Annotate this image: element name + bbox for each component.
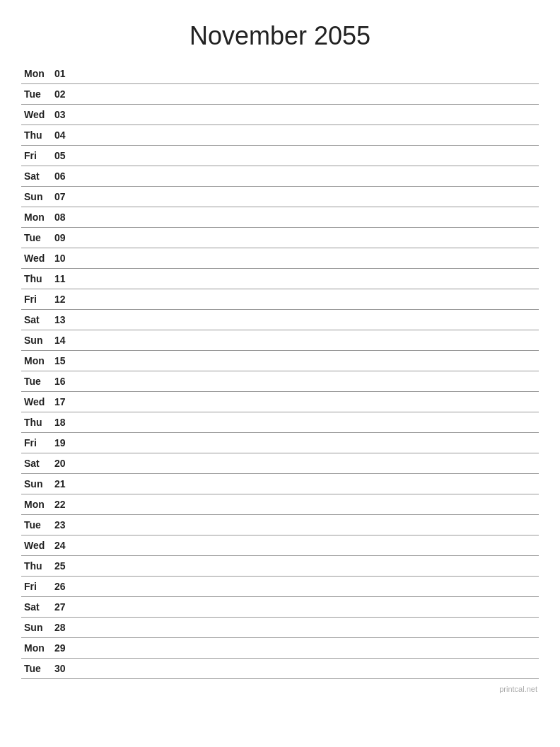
day-number: 10 — [53, 248, 78, 269]
day-content[interactable] — [78, 310, 539, 330]
day-content[interactable] — [78, 659, 539, 679]
day-content[interactable] — [78, 146, 539, 166]
calendar-row: Sat20 — [21, 453, 539, 474]
day-name: Wed — [21, 392, 53, 412]
day-number: 24 — [53, 535, 78, 556]
calendar-row: Fri19 — [21, 433, 539, 453]
day-number: 19 — [53, 433, 78, 453]
day-content[interactable] — [78, 166, 539, 187]
calendar-row: Sun21 — [21, 474, 539, 494]
day-name: Mon — [21, 638, 53, 659]
day-content[interactable] — [78, 535, 539, 556]
day-content[interactable] — [78, 64, 539, 84]
day-content[interactable] — [78, 412, 539, 433]
calendar-row: Sun28 — [21, 618, 539, 638]
day-content[interactable] — [78, 228, 539, 248]
calendar-row: Sat13 — [21, 310, 539, 330]
day-name: Mon — [21, 351, 53, 371]
day-content[interactable] — [78, 84, 539, 105]
day-content[interactable] — [78, 207, 539, 228]
day-name: Fri — [21, 577, 53, 597]
day-number: 03 — [53, 105, 78, 125]
day-name: Thu — [21, 556, 53, 577]
day-name: Wed — [21, 535, 53, 556]
day-name: Thu — [21, 269, 53, 289]
day-name: Tue — [21, 659, 53, 679]
day-name: Fri — [21, 146, 53, 166]
day-number: 06 — [53, 166, 78, 187]
calendar-row: Sat27 — [21, 597, 539, 618]
day-name: Sat — [21, 166, 53, 187]
day-content[interactable] — [78, 597, 539, 618]
day-number: 18 — [53, 412, 78, 433]
day-name: Wed — [21, 248, 53, 269]
calendar-row: Fri05 — [21, 146, 539, 166]
day-content[interactable] — [78, 187, 539, 207]
day-name: Tue — [21, 371, 53, 392]
day-name: Sun — [21, 330, 53, 351]
day-content[interactable] — [78, 577, 539, 597]
day-name: Sun — [21, 187, 53, 207]
day-content[interactable] — [78, 105, 539, 125]
day-number: 01 — [53, 64, 78, 84]
day-content[interactable] — [78, 392, 539, 412]
calendar-row: Mon08 — [21, 207, 539, 228]
day-content[interactable] — [78, 248, 539, 269]
day-number: 07 — [53, 187, 78, 207]
calendar-row: Sun07 — [21, 187, 539, 207]
day-content[interactable] — [78, 351, 539, 371]
day-content[interactable] — [78, 330, 539, 351]
day-number: 30 — [53, 659, 78, 679]
day-number: 20 — [53, 453, 78, 474]
day-number: 09 — [53, 228, 78, 248]
calendar-row: Thu18 — [21, 412, 539, 433]
day-content[interactable] — [78, 433, 539, 453]
calendar-row: Mon29 — [21, 638, 539, 659]
day-content[interactable] — [78, 371, 539, 392]
day-number: 28 — [53, 618, 78, 638]
calendar-row: Thu04 — [21, 125, 539, 146]
day-number: 05 — [53, 146, 78, 166]
calendar-row: Fri12 — [21, 289, 539, 310]
day-content[interactable] — [78, 125, 539, 146]
calendar-row: Mon15 — [21, 351, 539, 371]
day-number: 14 — [53, 330, 78, 351]
watermark: printcal.net — [21, 685, 539, 693]
calendar-table: Mon01Tue02Wed03Thu04Fri05Sat06Sun07Mon08… — [21, 64, 539, 679]
day-number: 11 — [53, 269, 78, 289]
day-content[interactable] — [78, 494, 539, 515]
calendar-row: Mon01 — [21, 64, 539, 84]
day-number: 25 — [53, 556, 78, 577]
calendar-row: Tue02 — [21, 84, 539, 105]
day-number: 29 — [53, 638, 78, 659]
day-content[interactable] — [78, 515, 539, 535]
day-name: Sat — [21, 597, 53, 618]
calendar-row: Mon22 — [21, 494, 539, 515]
calendar-row: Tue09 — [21, 228, 539, 248]
day-content[interactable] — [78, 474, 539, 494]
day-number: 02 — [53, 84, 78, 105]
day-content[interactable] — [78, 556, 539, 577]
day-number: 16 — [53, 371, 78, 392]
day-name: Sun — [21, 474, 53, 494]
day-name: Sat — [21, 310, 53, 330]
day-content[interactable] — [78, 618, 539, 638]
day-number: 12 — [53, 289, 78, 310]
day-number: 26 — [53, 577, 78, 597]
calendar-row: Wed03 — [21, 105, 539, 125]
day-content[interactable] — [78, 289, 539, 310]
day-number: 22 — [53, 494, 78, 515]
day-content[interactable] — [78, 638, 539, 659]
calendar-row: Tue16 — [21, 371, 539, 392]
day-number: 17 — [53, 392, 78, 412]
day-name: Mon — [21, 64, 53, 84]
day-name: Wed — [21, 105, 53, 125]
calendar-row: Fri26 — [21, 577, 539, 597]
day-content[interactable] — [78, 269, 539, 289]
day-number: 27 — [53, 597, 78, 618]
day-content[interactable] — [78, 453, 539, 474]
day-name: Mon — [21, 494, 53, 515]
day-name: Sat — [21, 453, 53, 474]
day-number: 15 — [53, 351, 78, 371]
calendar-row: Thu11 — [21, 269, 539, 289]
